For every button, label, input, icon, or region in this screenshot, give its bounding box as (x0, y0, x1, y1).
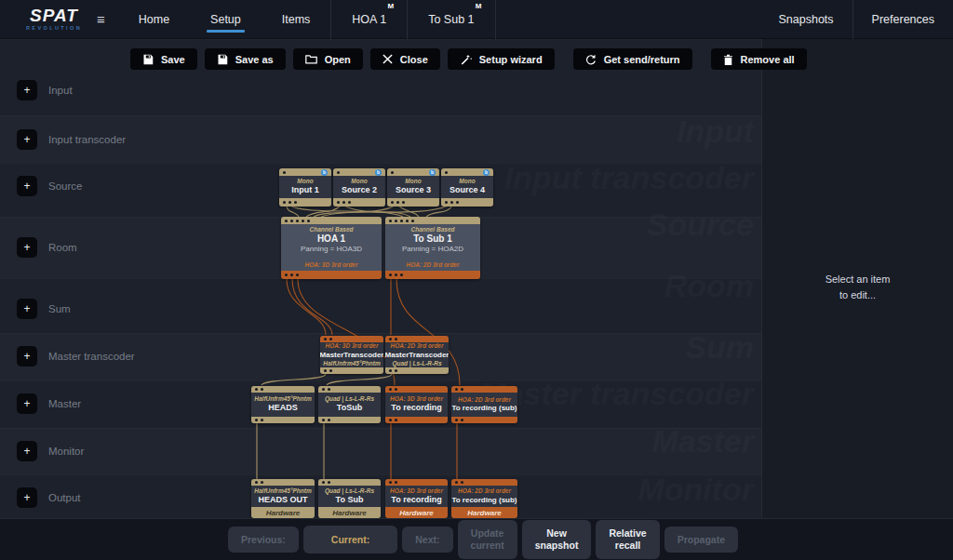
spat-logo[interactable]: SPAT REVOLUTION (20, 7, 87, 32)
add-output-button[interactable]: + (17, 487, 37, 508)
save-as-button[interactable]: Save as (205, 48, 286, 70)
input-port[interactable] (389, 388, 392, 391)
output-port[interactable] (461, 419, 463, 421)
node-source-input-1[interactable]: b MonoInput 1 (279, 168, 331, 207)
node-output-to-sub[interactable]: Quad | Ls-L-R-RsTo Sub Hardware (318, 479, 381, 518)
input-port[interactable] (406, 220, 409, 222)
input-port[interactable] (395, 220, 397, 222)
add-input-transcoder-button[interactable]: + (17, 129, 37, 150)
relative-recall-button[interactable]: Relative recall (596, 520, 659, 558)
input-port[interactable] (411, 220, 414, 222)
remove-all-button[interactable]: Remove all (711, 48, 807, 70)
input-port[interactable] (389, 481, 392, 484)
output-port[interactable] (389, 369, 392, 372)
save-button[interactable]: Save (130, 48, 197, 70)
tab-to-sub-1[interactable]: M To Sub 1 (408, 0, 495, 39)
input-port[interactable] (261, 481, 263, 484)
output-port[interactable] (395, 419, 397, 421)
update-current-button[interactable]: Update current (458, 520, 517, 558)
node-source-4[interactable]: b MonoSource 4 (441, 168, 493, 207)
input-port[interactable] (389, 220, 392, 222)
output-port[interactable] (445, 201, 448, 204)
previous-snapshot-button[interactable]: Previous: (228, 527, 299, 553)
new-snapshot-button[interactable]: New snapshot (522, 520, 592, 558)
node-room-hoa-1[interactable]: Channel Based HOA 1 Panning = HOA3D HOA:… (281, 217, 382, 279)
tab-snapshots[interactable]: Snapshots (760, 0, 853, 39)
input-port[interactable] (307, 220, 310, 222)
output-port[interactable] (395, 369, 397, 372)
add-room-button[interactable]: + (17, 237, 37, 258)
output-port[interactable] (450, 201, 453, 204)
input-port[interactable] (322, 481, 325, 484)
node-source-2[interactable]: b MonoSource 2 (333, 168, 385, 207)
input-port[interactable] (395, 388, 397, 391)
hamburger-menu-icon[interactable]: ≡ (97, 11, 105, 27)
output-port[interactable] (261, 419, 263, 421)
add-source-button[interactable]: + (17, 176, 37, 196)
add-monitor-button[interactable]: + (17, 441, 37, 461)
output-port[interactable] (329, 369, 332, 372)
output-port[interactable] (337, 201, 340, 204)
input-port[interactable] (302, 220, 304, 222)
input-port[interactable] (283, 171, 286, 174)
add-input-button[interactable]: + (17, 80, 37, 100)
input-port[interactable] (255, 388, 258, 391)
output-port[interactable] (389, 273, 392, 276)
node-output-to-recording[interactable]: HOA: 3D 3rd orderTo recording Hardware (385, 479, 448, 518)
output-port[interactable] (324, 369, 327, 372)
input-port[interactable] (455, 388, 458, 391)
node-master-to-recording-sub[interactable]: HOA: 2D 3rd orderTo recording (sub) (451, 386, 517, 423)
node-master-tosub[interactable]: Quad | Ls-L-R-RsToSub (318, 386, 381, 423)
input-port[interactable] (322, 388, 325, 391)
output-port[interactable] (322, 419, 325, 421)
output-port[interactable] (389, 419, 392, 421)
add-master-transcoder-button[interactable]: + (17, 346, 37, 367)
input-port[interactable] (400, 220, 403, 222)
node-source-3[interactable]: b MonoSource 3 (387, 168, 439, 207)
get-send-return-button[interactable]: Get send/return (573, 48, 692, 70)
output-port[interactable] (283, 201, 286, 204)
output-port[interactable] (456, 201, 459, 204)
input-port[interactable] (461, 481, 463, 484)
node-output-to-recording-sub[interactable]: HOA: 2D 3rd orderTo recording (sub) Hard… (451, 479, 517, 518)
node-output-heads-out[interactable]: HalfUnfrm45°PhntmHEADS OUT Hardware (251, 479, 315, 518)
input-port[interactable] (324, 338, 327, 340)
input-port[interactable] (290, 220, 293, 222)
output-port[interactable] (402, 201, 405, 204)
input-port[interactable] (328, 388, 330, 391)
tab-home[interactable]: Home (118, 0, 190, 39)
output-port[interactable] (400, 273, 403, 276)
input-port[interactable] (395, 338, 397, 340)
output-port[interactable] (255, 419, 258, 421)
add-sum-button[interactable]: + (17, 299, 37, 319)
output-port[interactable] (289, 201, 291, 204)
output-port[interactable] (396, 201, 399, 204)
input-port[interactable] (445, 171, 448, 174)
output-port[interactable] (395, 273, 397, 276)
output-port[interactable] (348, 201, 351, 204)
output-port[interactable] (296, 273, 299, 276)
output-port[interactable] (342, 201, 345, 204)
add-master-button[interactable]: + (17, 393, 37, 414)
input-port[interactable] (455, 481, 458, 484)
tab-preferences[interactable]: Preferences (853, 0, 953, 39)
node-room-to-sub-1[interactable]: Channel Based To Sub 1 Panning = HOA2D H… (385, 217, 480, 279)
input-port[interactable] (391, 171, 394, 174)
tab-setup[interactable]: Setup (190, 0, 262, 39)
node-master-to-recording[interactable]: HOA: 3D 3rd orderTo recording (385, 386, 448, 423)
output-port[interactable] (328, 419, 330, 421)
propagate-button[interactable]: Propagate (664, 527, 738, 553)
output-port[interactable] (455, 419, 458, 421)
input-port[interactable] (389, 338, 392, 340)
current-snapshot-button[interactable]: Current: (303, 526, 397, 554)
tab-hoa-1[interactable]: M HOA 1 (331, 0, 408, 39)
output-port[interactable] (391, 201, 394, 204)
input-port[interactable] (461, 388, 463, 391)
output-port[interactable] (294, 201, 297, 204)
input-port[interactable] (337, 171, 340, 174)
input-port[interactable] (329, 338, 332, 340)
close-button[interactable]: Close (370, 48, 440, 70)
input-port[interactable] (328, 481, 330, 484)
setup-wizard-button[interactable]: Setup wizard (448, 48, 555, 70)
input-port[interactable] (255, 481, 258, 484)
